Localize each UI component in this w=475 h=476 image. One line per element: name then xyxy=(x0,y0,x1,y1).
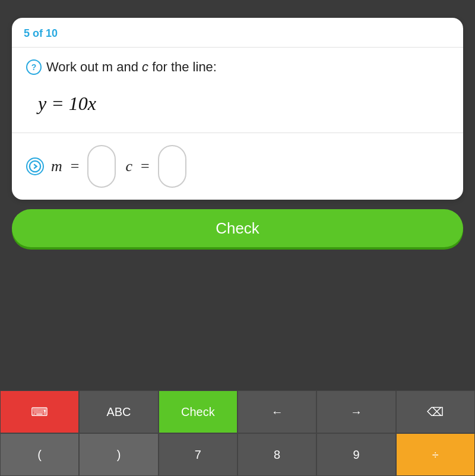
backspace-key[interactable]: ⌫ xyxy=(396,390,475,433)
check-button-container: Check xyxy=(12,200,463,253)
answer-fields: m = c = xyxy=(51,145,449,188)
question-prompt: ? Work out m and c for the line: xyxy=(26,59,449,75)
answer-section: m = c = xyxy=(12,133,463,200)
question-counter: 5 of 10 xyxy=(24,27,58,39)
close-paren-key[interactable]: ) xyxy=(79,433,158,476)
m-field-group: m = xyxy=(51,145,116,188)
svg-point-0 xyxy=(30,161,40,172)
m-label: m xyxy=(51,157,62,175)
c-field-group: c = xyxy=(125,145,186,188)
question-card: 5 of 10 ? Work out m and c for the line:… xyxy=(12,18,463,200)
check-key[interactable]: Check xyxy=(159,390,238,433)
equation-display: y = 10x xyxy=(26,87,449,121)
open-paren-key[interactable]: ( xyxy=(0,433,79,476)
key-8[interactable]: 8 xyxy=(238,433,316,476)
c-input-box[interactable] xyxy=(158,145,186,188)
m-input-box[interactable] xyxy=(87,145,116,188)
card-header: 5 of 10 xyxy=(12,18,463,48)
c-label: c xyxy=(125,157,132,175)
left-arrow-key[interactable]: ← xyxy=(238,390,316,433)
prompt-text: Work out m and c for the line: xyxy=(46,59,217,75)
abc-key[interactable]: ABC xyxy=(79,390,158,433)
keyboard-row-2: ( ) 7 8 9 ÷ xyxy=(0,433,475,476)
keyboard-area: ⌨ ABC Check ← → ⌫ ( ) 7 8 9 xyxy=(0,390,475,476)
keyboard-key[interactable]: ⌨ xyxy=(0,390,79,433)
check-button[interactable]: Check xyxy=(12,209,463,247)
main-container: 5 of 10 ? Work out m and c for the line:… xyxy=(0,0,475,390)
key-9[interactable]: 9 xyxy=(316,433,395,476)
help-icon[interactable]: ? xyxy=(26,59,42,75)
card-body: ? Work out m and c for the line: y = 10x xyxy=(12,48,463,133)
divide-key[interactable]: ÷ xyxy=(396,433,475,476)
right-arrow-key[interactable]: → xyxy=(316,390,395,433)
keyboard-row-1: ⌨ ABC Check ← → ⌫ xyxy=(0,390,475,433)
c-equals: = xyxy=(141,157,150,175)
key-7[interactable]: 7 xyxy=(159,433,238,476)
m-equals: = xyxy=(71,157,80,175)
answer-arrow-icon xyxy=(26,157,44,175)
